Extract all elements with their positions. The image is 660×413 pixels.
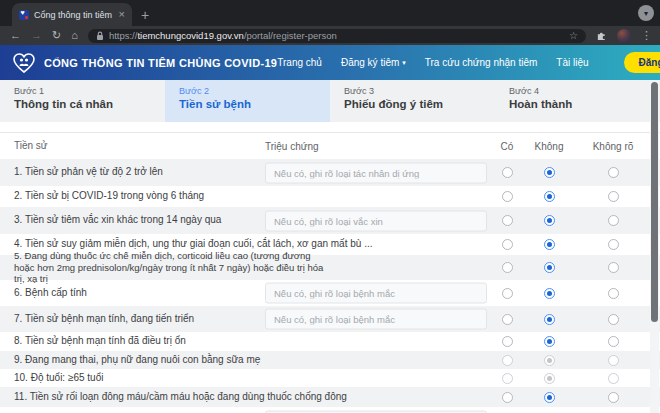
radio-khong-ro	[608, 373, 619, 384]
radio-khong-ro[interactable]	[608, 288, 619, 299]
step-2-tien-su-benh[interactable]: Bước 2 Tiền sử bệnh	[165, 80, 330, 122]
nav-tai-lieu[interactable]: Tài liệu	[556, 57, 588, 68]
symptom-input[interactable]	[265, 162, 487, 183]
address-bar[interactable]: https://tiemchungcovid19.gov.vn/portal/r…	[88, 29, 586, 43]
table-row: 3. Tiền sử tiêm vắc xin khác trong 14 ng…	[0, 207, 660, 234]
page-scrollbar[interactable]	[650, 80, 659, 413]
table-row: 6. Bệnh cấp tính	[0, 280, 660, 306]
radio-co[interactable]	[502, 191, 513, 202]
radio-khong[interactable]	[544, 288, 555, 299]
radio-co[interactable]	[502, 262, 513, 273]
tab-strip: Cổng thông tin tiêm chủng Co × + ▾	[0, 0, 660, 26]
radio-co	[502, 355, 513, 366]
table-row: 9. Đang mang thai, phụ nữ đang nuôi con …	[0, 351, 660, 369]
chevron-down-icon: ▾	[644, 9, 648, 18]
radio-co[interactable]	[502, 336, 513, 347]
col-khong-ro: Không rõ	[571, 141, 655, 152]
bookmark-star-icon[interactable]: ☆	[569, 31, 578, 41]
browser-menu-icon[interactable]: ⋮	[641, 30, 652, 41]
extensions-puzzle-icon[interactable]	[596, 30, 607, 41]
main-nav: Trang chủ Đăng ký tiêm▾ Tra cứu chứng nh…	[277, 52, 660, 73]
radio-khong-ro[interactable]	[608, 314, 619, 325]
radio-khong[interactable]	[544, 167, 555, 178]
url-path: /portal/register-person	[244, 30, 337, 41]
radio-khong-ro[interactable]	[608, 336, 619, 347]
radio-khong-ro[interactable]	[608, 239, 619, 250]
radio-co[interactable]	[502, 215, 513, 226]
radio-khong[interactable]	[544, 215, 555, 226]
table-row: 5. Đang dùng thuốc ức chế miễn dịch, cor…	[0, 255, 660, 280]
heart-family-logo-icon	[12, 52, 36, 74]
radio-co[interactable]	[502, 314, 513, 325]
nav-trang-chu[interactable]: Trang chủ	[277, 57, 322, 68]
nav-tra-cuu-chung-nhan[interactable]: Tra cứu chứng nhận tiêm	[425, 57, 538, 68]
radio-khong-ro[interactable]	[608, 215, 619, 226]
brand[interactable]: CỔNG THÔNG TIN TIÊM CHỦNG COVID-19	[12, 52, 277, 74]
symptom-input[interactable]	[265, 309, 487, 330]
table-row: 10. Độ tuổi: ≥65 tuổi	[0, 369, 660, 387]
step-4-hoan-thanh[interactable]: Bước 4 Hoàn thành	[495, 80, 660, 122]
radio-khong[interactable]	[544, 262, 555, 273]
radio-khong[interactable]	[544, 191, 555, 202]
radio-co[interactable]	[502, 239, 513, 250]
nav-dang-ky-tiem[interactable]: Đăng ký tiêm▾	[341, 57, 406, 68]
table-row: 7. Tiền sử bệnh mạn tính, đang tiến triể…	[0, 306, 660, 332]
radio-khong-ro[interactable]	[608, 262, 619, 273]
back-icon[interactable]: ←	[10, 30, 21, 41]
col-trieu-chung: Triệu chứng	[265, 141, 319, 152]
step-3-phieu-dong-y-tiem[interactable]: Bước 3 Phiếu đồng ý tiêm	[330, 80, 495, 122]
table-row: 8. Tiền sử bệnh mạn tính đã điều trị ổn	[0, 332, 660, 351]
col-tien-su: Tiền sử	[14, 140, 487, 153]
table-header-row: Tiền sử Triệu chứng Có Không Không rõ	[0, 133, 660, 159]
table-row: 1. Tiền sử phản vệ từ độ 2 trở lên	[0, 159, 660, 186]
forward-icon[interactable]: →	[31, 30, 42, 41]
profile-avatar[interactable]	[617, 29, 631, 43]
home-icon[interactable]: ⌂	[71, 30, 78, 41]
lock-icon	[96, 31, 104, 41]
radio-khong	[544, 355, 555, 366]
site-title: CỔNG THÔNG TIN TIÊM CHỦNG COVID-19	[44, 57, 277, 69]
radio-khong-ro	[608, 355, 619, 366]
radio-co[interactable]	[502, 392, 513, 403]
medical-history-table: Tiền sử Triệu chứng Có Không Không rõ 1.…	[0, 132, 660, 413]
url-scheme: https://	[109, 30, 138, 41]
col-khong: Không	[527, 141, 571, 152]
new-tab-button[interactable]: +	[141, 8, 149, 22]
radio-co	[502, 373, 513, 384]
question-text: 10. Độ tuổi: ≥65 tuổi	[14, 372, 487, 385]
symptom-input[interactable]	[265, 283, 487, 304]
radio-khong	[544, 373, 555, 384]
chevron-down-icon: ▾	[402, 59, 406, 67]
col-co: Có	[487, 141, 527, 152]
browser-toolbar: ← → ↻ ⌂ https://tiemchungcovid19.gov.vn/…	[0, 26, 660, 45]
radio-khong-ro[interactable]	[608, 191, 619, 202]
question-text: 2. Tiền sử bị COVID-19 trong vòng 6 thán…	[14, 190, 487, 203]
url-domain: tiemchungcovid19.gov.vn	[137, 30, 244, 41]
reload-icon[interactable]: ↻	[52, 30, 61, 41]
radio-khong-ro[interactable]	[608, 167, 619, 178]
tab-title: Cổng thông tin tiêm chủng Co	[34, 10, 114, 20]
wizard-steps: Bước 1 Thông tin cá nhân Bước 2 Tiền sử …	[0, 80, 660, 122]
radio-khong[interactable]	[544, 314, 555, 325]
radio-khong[interactable]	[544, 336, 555, 347]
tab-search-button[interactable]: ▾	[638, 5, 654, 21]
login-button[interactable]: Đăng nhập	[624, 52, 660, 73]
table-row: 2. Tiền sử bị COVID-19 trong vòng 6 thán…	[0, 186, 660, 207]
radio-co[interactable]	[502, 167, 513, 178]
table-row: 12. Tiền sử dị ứng với các dị nguyên khá…	[0, 407, 660, 413]
radio-co[interactable]	[502, 288, 513, 299]
symptom-input[interactable]	[265, 210, 487, 231]
scrollbar-thumb[interactable]	[651, 82, 658, 322]
browser-tab[interactable]: Cổng thông tin tiêm chủng Co ×	[12, 3, 132, 26]
radio-khong[interactable]	[544, 392, 555, 403]
step-1-thong-tin-ca-nhan[interactable]: Bước 1 Thông tin cá nhân	[0, 80, 165, 122]
question-text: 11. Tiền sử rối loạn đông máu/cầm máu ho…	[14, 391, 487, 404]
radio-khong[interactable]	[544, 239, 555, 250]
site-header: CỔNG THÔNG TIN TIÊM CHỦNG COVID-19 Trang…	[0, 45, 660, 80]
site-favicon-icon	[19, 10, 29, 20]
browser-window: Cổng thông tin tiêm chủng Co × + ▾ ← → ↻…	[0, 0, 660, 413]
table-row: 11. Tiền sử rối loạn đông máu/cầm máu ho…	[0, 387, 660, 407]
url-text: https://tiemchungcovid19.gov.vn/portal/r…	[109, 30, 564, 41]
tab-close-icon[interactable]: ×	[119, 9, 125, 20]
radio-khong-ro[interactable]	[608, 392, 619, 403]
